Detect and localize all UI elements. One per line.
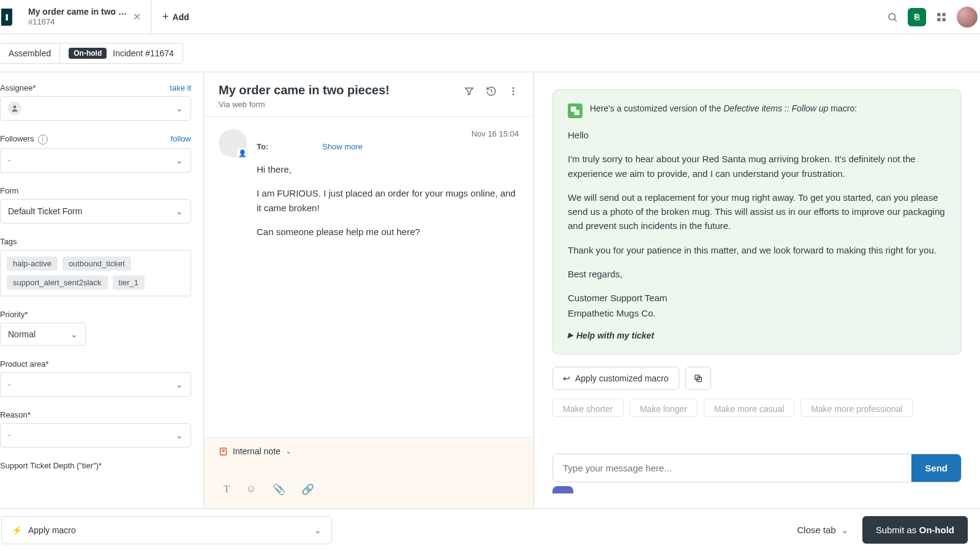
ticket-tab[interactable]: My order came in two … #11674 ✕	[18, 0, 151, 34]
ai-body: Hello I'm truly sorry to hear about your…	[568, 128, 946, 340]
text-format-icon[interactable]: T	[224, 483, 230, 496]
brand-icon: ❚	[1, 9, 12, 26]
priority-select[interactable]: Normal ⌄	[0, 323, 86, 346]
ai-line: I'm truly sorry to hear about your Red S…	[568, 152, 946, 181]
attachment-icon[interactable]: 📎	[273, 483, 285, 496]
svg-point-7	[513, 87, 514, 89]
top-tab-bar: ❚ My order came in two … #11674 ✕ + Add …	[0, 0, 980, 34]
message-line: I am FURIOUS. I just placed an order for…	[257, 186, 519, 215]
ai-line: We will send out a replacement for your …	[568, 190, 946, 233]
suggestion-chips: Make shorter Make longer Make more casua…	[552, 399, 962, 417]
person-icon	[8, 102, 21, 115]
emoji-icon[interactable]: ☺	[246, 483, 256, 496]
tags-input[interactable]: halp-active outbound_ticket support_aler…	[0, 250, 191, 296]
svg-rect-4	[937, 18, 940, 21]
help-disclosure[interactable]: ▶ Help with my ticket	[568, 331, 946, 340]
priority-label: Priority*	[0, 310, 28, 319]
take-it-link[interactable]: take it	[170, 83, 191, 92]
followers-select[interactable]: - ⌄	[0, 148, 191, 173]
chip-make-longer[interactable]: Make longer	[630, 399, 698, 417]
chevron-down-icon: ⌄	[176, 430, 183, 440]
chip-make-shorter[interactable]: Make shorter	[552, 399, 624, 417]
more-icon[interactable]	[508, 86, 519, 97]
close-tab-icon[interactable]: ✕	[133, 11, 141, 23]
message-line: Hi there,	[257, 162, 519, 176]
form-label: Form	[0, 186, 18, 195]
product-area-select[interactable]: - ⌄	[0, 372, 191, 397]
reply-composer[interactable]: Internal note ⌄ T ☺ 📎 🔗	[204, 437, 533, 508]
svg-point-8	[513, 91, 514, 92]
form-value: Default Ticket Form	[8, 206, 82, 216]
ticket-id-label: Incident #11674	[113, 48, 174, 58]
ai-logo-icon	[568, 103, 582, 118]
tag-chip[interactable]: halp-active	[7, 257, 58, 271]
app-switcher-button[interactable]: ⎘	[908, 8, 926, 26]
breadcrumb-workspace[interactable]: Assembled	[0, 43, 59, 64]
add-tab-button[interactable]: + Add	[151, 10, 200, 23]
tag-chip[interactable]: support_alert_sent2slack	[7, 276, 108, 290]
apply-macro-button[interactable]: ↩ Apply customized macro	[552, 367, 679, 390]
chevron-down-icon: ⌄	[70, 329, 78, 339]
message: 👤 Nov 16 15:04 To: Show more Hi there, I…	[204, 117, 533, 261]
apply-macro-select[interactable]: ⚡ Apply macro ⌄	[1, 516, 332, 544]
reason-value: -	[8, 430, 11, 440]
breadcrumb-bar: Assembled On-hold Incident #11674	[0, 34, 980, 72]
tier-label: Support Ticket Depth ("tier")*	[0, 461, 102, 470]
composer-indicator	[552, 486, 573, 493]
apps-grid-icon[interactable]	[931, 7, 952, 28]
tag-chip[interactable]: tier_1	[113, 276, 145, 290]
search-icon[interactable]	[882, 7, 903, 28]
profile-avatar[interactable]	[957, 7, 978, 28]
product-area-label: Product area*	[0, 359, 49, 369]
triangle-right-icon: ▶	[568, 331, 573, 339]
chevron-down-icon: ⌄	[176, 380, 183, 389]
chevron-down-icon: ⌄	[176, 156, 183, 165]
info-icon[interactable]: i	[38, 135, 48, 144]
svg-line-1	[894, 19, 896, 21]
message-timestamp: Nov 16 15:04	[472, 129, 519, 138]
status-badge: On-hold	[69, 48, 107, 59]
follow-link[interactable]: follow	[171, 134, 191, 144]
breadcrumb-ticket[interactable]: On-hold Incident #11674	[59, 43, 183, 64]
send-button[interactable]: Send	[911, 454, 961, 482]
svg-rect-5	[943, 18, 946, 21]
ai-message-input[interactable]	[553, 454, 911, 482]
followers-label: Followers	[0, 134, 34, 143]
apply-macro-label: Apply macro	[28, 525, 76, 535]
requester-avatar[interactable]: 👤	[219, 129, 247, 157]
conversation-panel: My order came in two pieces! Via web for…	[203, 72, 534, 508]
lightning-icon: ⚡	[12, 525, 22, 535]
note-icon	[219, 447, 228, 456]
ai-signature: Empathetic Mugs Co.	[568, 306, 946, 320]
ai-lead-text: Here's a customized version of the Defec…	[590, 103, 857, 113]
tag-chip[interactable]: outbound_ticket	[62, 257, 131, 271]
ai-line: Thank you for your patience in this matt…	[568, 243, 946, 257]
ai-signature: Customer Support Team	[568, 291, 946, 305]
svg-point-6	[13, 105, 17, 108]
ai-line: Hello	[568, 128, 946, 142]
reason-select[interactable]: - ⌄	[0, 423, 191, 448]
chip-make-professional[interactable]: Make more professional	[801, 399, 913, 417]
link-icon[interactable]: 🔗	[301, 483, 314, 496]
assignee-select[interactable]: ⌄	[0, 96, 191, 121]
history-icon[interactable]	[486, 86, 497, 97]
close-tab-button[interactable]: Close tab ⌄	[797, 525, 848, 536]
submit-prefix: Submit as	[876, 525, 919, 535]
chevron-down-icon: ⌄	[176, 103, 183, 113]
submit-button[interactable]: Submit as On-hold	[862, 516, 968, 544]
chevron-down-icon[interactable]: ⌄	[285, 447, 292, 455]
svg-point-0	[889, 13, 895, 20]
message-line: Can someone please help me out here?	[257, 225, 519, 239]
plus-icon: +	[162, 10, 169, 23]
chip-make-casual[interactable]: Make more casual	[704, 399, 794, 417]
show-more-link[interactable]: Show more	[322, 142, 363, 151]
filter-icon[interactable]	[464, 86, 475, 97]
reply-mode-label[interactable]: Internal note	[233, 446, 281, 456]
ai-response-card: Here's a customized version of the Defec…	[552, 89, 962, 354]
copy-button[interactable]	[685, 367, 711, 390]
chevron-down-icon: ⌄	[176, 206, 183, 216]
form-select[interactable]: Default Ticket Form ⌄	[0, 199, 191, 223]
svg-point-9	[513, 94, 514, 96]
chevron-down-icon: ⌄	[314, 525, 322, 535]
chevron-down-icon: ⌄	[841, 525, 849, 536]
